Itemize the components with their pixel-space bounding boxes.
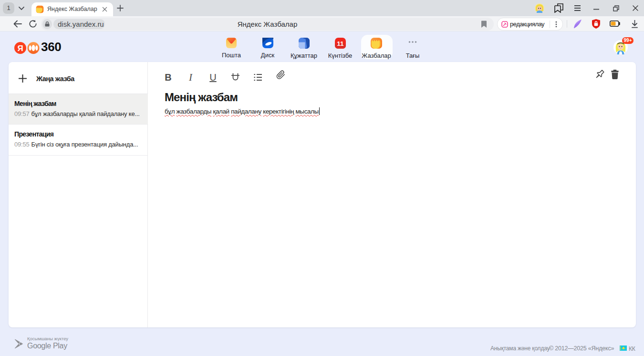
- svg-text:11: 11: [337, 40, 344, 47]
- svg-text:Я: Я: [17, 44, 23, 53]
